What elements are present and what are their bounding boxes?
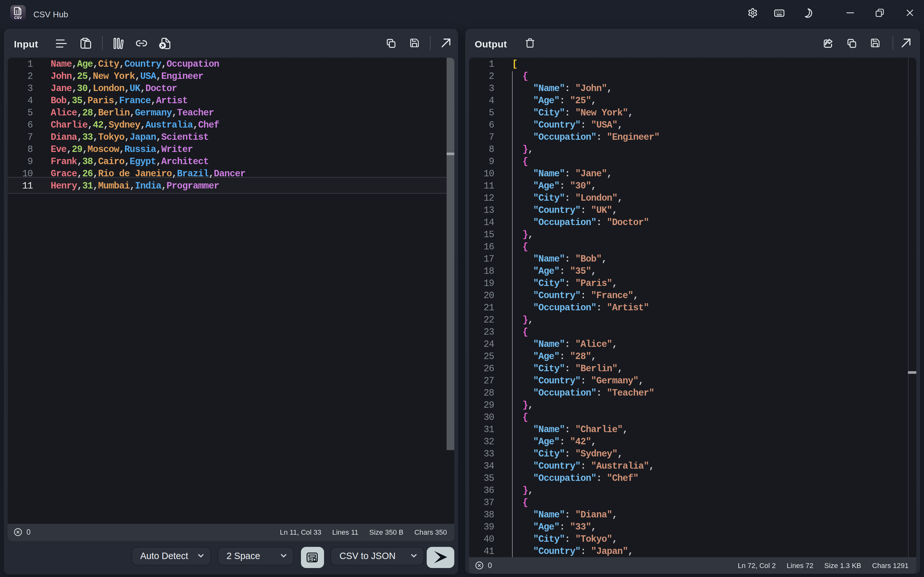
svg-text:CSV: CSV (14, 16, 22, 19)
